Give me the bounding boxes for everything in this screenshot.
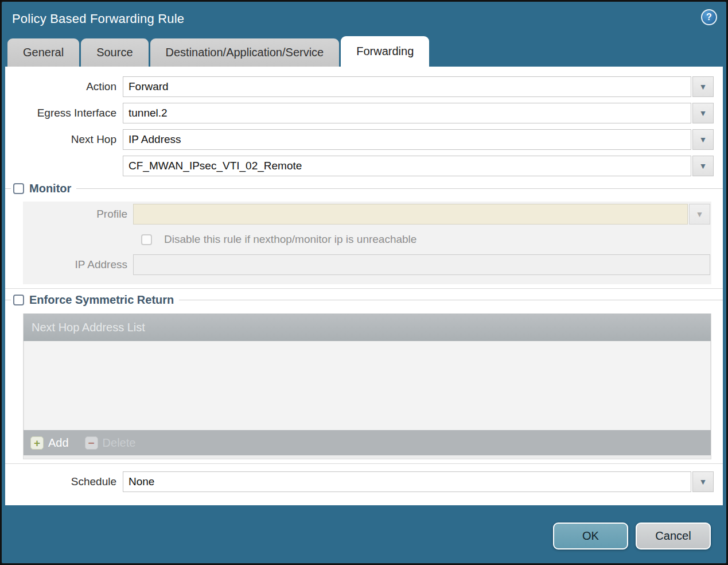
chevron-down-icon: ▼: [699, 82, 707, 91]
policy-based-forwarding-dialog: Policy Based Forwarding Rule ? General S…: [0, 0, 728, 565]
symmetric-return-legend-label: Enforce Symmetric Return: [29, 293, 174, 307]
tab-source[interactable]: Source: [81, 38, 148, 67]
chevron-down-icon: ▼: [696, 210, 704, 219]
tab-forwarding-label: Forwarding: [356, 45, 414, 58]
next-hop-address-select[interactable]: CF_MWAN_IPsec_VTI_02_Remote: [123, 156, 691, 176]
delete-button[interactable]: − Delete: [85, 436, 136, 450]
next-hop-address-list-toolbar: + Add − Delete: [24, 430, 711, 455]
next-hop-address-list-header: Next Hop Address List: [24, 314, 711, 341]
action-dropdown-button[interactable]: ▼: [692, 76, 714, 97]
next-hop-address-dropdown-button[interactable]: ▼: [692, 156, 714, 176]
schedule-dropdown-button[interactable]: ▼: [692, 471, 714, 492]
ok-button[interactable]: OK: [553, 523, 628, 549]
egress-interface-row: Egress Interface tunnel.2 ▼: [5, 103, 723, 123]
disable-rule-checkbox[interactable]: [141, 234, 152, 245]
tab-forwarding[interactable]: Forwarding: [341, 36, 429, 67]
help-icon[interactable]: ?: [701, 9, 717, 25]
monitor-ip-address-input[interactable]: [133, 254, 710, 275]
monitor-legend-label: Monitor: [29, 182, 71, 195]
monitor-ip-address-row: IP Address: [23, 254, 710, 275]
symmetric-return-section: Enforce Symmetric Return Next Hop Addres…: [5, 293, 723, 464]
monitor-profile-row: Profile ▼: [23, 204, 710, 225]
schedule-select[interactable]: None: [123, 471, 691, 492]
egress-interface-dropdown-button[interactable]: ▼: [692, 103, 714, 123]
tab-destination-application-service[interactable]: Destination/Application/Service: [150, 38, 340, 67]
tab-general[interactable]: General: [7, 38, 79, 67]
symmetric-return-legend: Enforce Symmetric Return: [5, 293, 723, 307]
next-hop-dropdown-button[interactable]: ▼: [692, 129, 714, 150]
next-hop-address-list-table: Next Hop Address List + Add − Delete: [23, 314, 711, 459]
next-hop-label: Next Hop: [5, 133, 123, 146]
chevron-down-icon: ▼: [699, 109, 707, 118]
disable-rule-row: Disable this rule if nexthop/monitor ip …: [139, 233, 710, 246]
next-hop-type-select[interactable]: IP Address: [123, 129, 691, 150]
action-select[interactable]: Forward: [123, 76, 691, 97]
chevron-down-icon: ▼: [699, 135, 707, 144]
symmetric-return-checkbox[interactable]: [13, 295, 24, 305]
monitor-section: Monitor Profile ▼ Disable this rule if n…: [5, 182, 723, 289]
monitor-checkbox[interactable]: [13, 183, 24, 194]
next-hop-row: Next Hop IP Address ▼: [5, 129, 723, 150]
add-icon: +: [30, 436, 44, 450]
action-label: Action: [5, 80, 123, 93]
dialog-titlebar: Policy Based Forwarding Rule: [2, 2, 726, 36]
tab-destination-label: Destination/Application/Service: [166, 46, 324, 59]
egress-interface-select[interactable]: tunnel.2: [123, 103, 691, 123]
monitor-profile-dropdown-button[interactable]: ▼: [689, 204, 710, 225]
help-icon-glyph: ?: [706, 12, 712, 22]
next-hop-address-list-header-label: Next Hop Address List: [32, 321, 145, 334]
tab-general-label: General: [23, 46, 64, 59]
ok-button-label: OK: [582, 529, 599, 543]
add-button[interactable]: + Add: [30, 436, 69, 450]
tab-panel-forwarding: Action Forward ▼ Egress Interface tunnel…: [5, 67, 723, 505]
monitor-profile-select[interactable]: [133, 204, 688, 225]
action-row: Action Forward ▼: [5, 76, 723, 97]
tab-bar: General Source Destination/Application/S…: [2, 36, 726, 67]
chevron-down-icon: ▼: [699, 477, 707, 486]
monitor-profile-label: Profile: [23, 208, 133, 220]
add-button-label: Add: [48, 436, 69, 450]
monitor-legend: Monitor: [5, 182, 723, 195]
delete-button-label: Delete: [103, 436, 136, 450]
monitor-ip-address-label: IP Address: [23, 258, 133, 271]
schedule-row: Schedule None ▼: [5, 471, 723, 492]
cancel-button[interactable]: Cancel: [636, 523, 711, 549]
chevron-down-icon: ▼: [699, 161, 707, 171]
delete-icon: −: [85, 436, 98, 450]
schedule-label: Schedule: [5, 475, 123, 488]
dialog-title: Policy Based Forwarding Rule: [12, 11, 184, 26]
monitor-panel: Profile ▼ Disable this rule if nexthop/m…: [23, 202, 711, 284]
disable-rule-label: Disable this rule if nexthop/monitor ip …: [164, 233, 416, 246]
cancel-button-label: Cancel: [655, 529, 691, 543]
tab-source-label: Source: [96, 46, 133, 59]
egress-interface-label: Egress Interface: [5, 107, 123, 119]
next-hop-address-row: CF_MWAN_IPsec_VTI_02_Remote ▼: [5, 156, 723, 176]
next-hop-address-list-body: [24, 341, 711, 430]
